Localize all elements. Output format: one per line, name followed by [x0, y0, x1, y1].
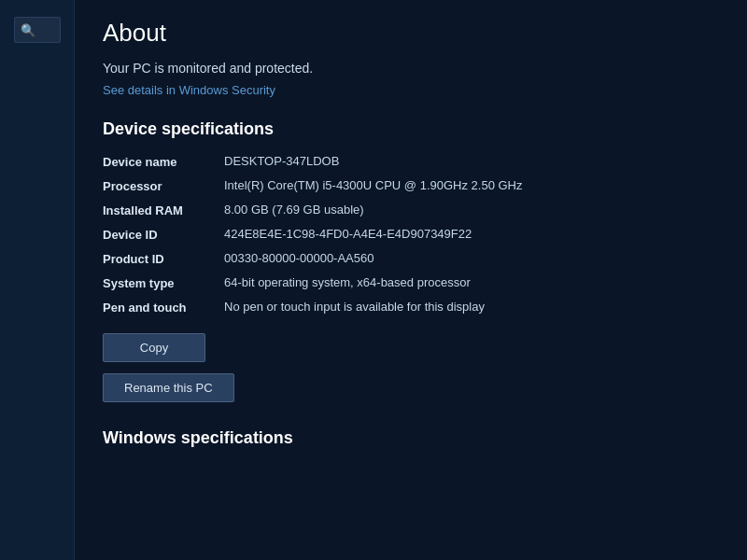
- spec-value: 00330-80000-00000-AA560: [224, 251, 710, 265]
- rename-button[interactable]: Rename this PC: [103, 373, 234, 402]
- table-row: Pen and touchNo pen or touch input is av…: [103, 300, 710, 315]
- windows-specs-title: Windows specifications: [103, 428, 710, 448]
- sidebar: 🔍: [0, 0, 75, 560]
- search-icon: 🔍: [21, 23, 35, 37]
- copy-button[interactable]: Copy: [103, 333, 205, 362]
- spec-value: DESKTOP-347LDOB: [224, 154, 710, 168]
- security-link[interactable]: See details in Windows Security: [103, 83, 275, 97]
- table-row: ProcessorIntel(R) Core(TM) i5-4300U CPU …: [103, 178, 710, 193]
- page-title: About: [103, 19, 710, 48]
- spec-label: System type: [103, 275, 224, 290]
- spec-label: Installed RAM: [103, 203, 224, 217]
- spec-label: Product ID: [103, 251, 224, 266]
- spec-label: Processor: [103, 178, 224, 193]
- main-content: About Your PC is monitored and protected…: [75, 0, 747, 560]
- table-row: Product ID00330-80000-00000-AA560: [103, 251, 710, 266]
- spec-label: Pen and touch: [103, 300, 224, 315]
- spec-value: 8.00 GB (7.69 GB usable): [224, 203, 710, 217]
- spec-label: Device name: [103, 154, 224, 169]
- spec-label: Device ID: [103, 227, 224, 242]
- table-row: Installed RAM8.00 GB (7.69 GB usable): [103, 203, 710, 217]
- device-specs-title: Device specifications: [103, 119, 710, 139]
- search-box[interactable]: 🔍: [14, 17, 61, 43]
- table-row: Device ID424E8E4E-1C98-4FD0-A4E4-E4D9073…: [103, 227, 710, 242]
- specs-table: Device nameDESKTOP-347LDOBProcessorIntel…: [103, 154, 710, 315]
- security-status-text: Your PC is monitored and protected.: [103, 61, 710, 76]
- table-row: Device nameDESKTOP-347LDOB: [103, 154, 710, 169]
- button-row: Copy Rename this PC: [103, 333, 710, 402]
- spec-value: Intel(R) Core(TM) i5-4300U CPU @ 1.90GHz…: [224, 178, 710, 192]
- spec-value: 64-bit operating system, x64-based proce…: [224, 275, 710, 289]
- table-row: System type64-bit operating system, x64-…: [103, 275, 710, 290]
- spec-value: 424E8E4E-1C98-4FD0-A4E4-E4D907349F22: [224, 227, 710, 241]
- spec-value: No pen or touch input is available for t…: [224, 300, 710, 314]
